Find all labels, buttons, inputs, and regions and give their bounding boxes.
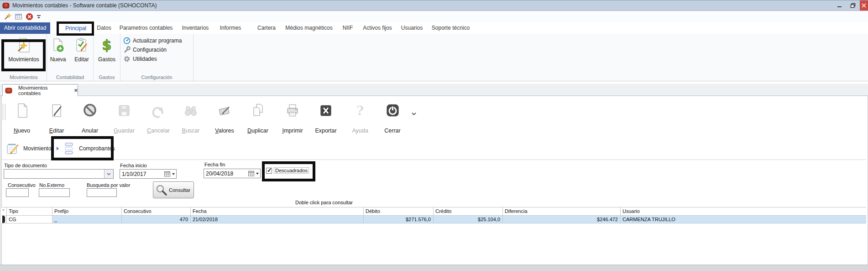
column-header-tipo[interactable]: Tipo (7, 207, 52, 215)
consultar-button[interactable]: Consultar (153, 181, 194, 198)
chevron-down-icon[interactable] (411, 112, 417, 116)
grid-corner-icon[interactable]: * (1, 207, 7, 215)
fecha-inicio-field[interactable]: 1/10/2017 (120, 169, 177, 179)
ribbon-group-configuracion: Actualizar programa Configuración Utilid… (120, 34, 193, 81)
app-icon (5, 87, 12, 94)
cell-credito[interactable]: $25.104,0 (434, 216, 503, 223)
calendar-icon[interactable] (163, 170, 171, 177)
duplicate-pages-icon (250, 100, 266, 121)
ribbon-button-utilidades[interactable]: Utilidades (123, 55, 157, 63)
ribbon-button-label: Utilidades (133, 56, 157, 62)
help-icon: ? (352, 100, 368, 121)
toolbar-button-duplicar[interactable]: Duplicar (241, 100, 274, 137)
tipo-documento-value (4, 170, 104, 178)
tab-close-icon[interactable]: × (74, 87, 78, 93)
toolbar-button-valores[interactable]: Valores (208, 100, 241, 137)
column-header-debito[interactable]: Débito (364, 207, 434, 215)
no-externo-input[interactable] (39, 188, 70, 197)
ribbon-button-editar[interactable]: Editar (69, 36, 94, 71)
cell-consecutivo[interactable]: 470 (122, 216, 191, 223)
dollar-icon: $ (99, 36, 115, 55)
fecha-fin-field[interactable]: 20/04/2018 (204, 169, 261, 178)
toolbar-button-guardar: Guardar (108, 100, 141, 137)
column-header-consecutivo[interactable]: Consecutivo (122, 207, 191, 215)
tab-parametros-contables[interactable]: Parametros contables (115, 22, 177, 34)
ribbon-button-movimientos[interactable]: Movimientos (9, 36, 39, 71)
cell-fecha[interactable]: 21/02/2018 (191, 216, 364, 223)
toolbar-button-cancelar: Cancelar (142, 100, 175, 137)
busqueda-por-valor-input[interactable] (87, 188, 117, 197)
column-header-usuario[interactable]: Usuario (621, 207, 866, 215)
toolbar-button-editar[interactable]: Editar (40, 100, 73, 137)
toolbar-button-nuevo[interactable]: Nuevo (5, 100, 38, 137)
descuadrados-label[interactable]: Descuadrados (274, 167, 309, 174)
toolbar-button-imprimir[interactable]: Imprimir (276, 100, 309, 137)
svg-text:?: ? (356, 103, 364, 118)
toolbar-button-cerrar[interactable]: Cerrar (376, 100, 409, 137)
tab-activos-fijos[interactable]: Activos fijos (359, 22, 396, 34)
ribbon-button-label: Actualizar programa (133, 37, 182, 44)
toolbar-button-buscar: Buscar (174, 100, 207, 137)
cell-prefijo[interactable]: _ (52, 216, 122, 223)
cell-diferencia[interactable]: $246.472 (503, 216, 621, 223)
new-page-icon (14, 100, 30, 121)
ribbon-button-nueva[interactable]: Nueva (45, 36, 71, 71)
fecha-fin-label: Fecha fin (204, 162, 225, 167)
view-subtab-bar: Movimientos Comprobantes (2, 138, 866, 160)
magnifier-icon (155, 184, 168, 197)
no-externo-label: No.Externo (39, 182, 64, 188)
tab-medios-magneticos[interactable]: Médios magnéticos (282, 22, 336, 34)
document-tab-label: Movimientos contables (18, 85, 69, 96)
tab-informes[interactable]: Informes (214, 22, 246, 34)
cancel-slash-icon (82, 100, 98, 121)
minimize-icon[interactable] (832, 0, 846, 11)
date-dropdown-icon[interactable] (172, 173, 175, 175)
tipo-documento-select[interactable] (4, 169, 114, 179)
file-tab-abrir-contabilidad[interactable]: Abrir contabilidad (0, 22, 50, 34)
column-header-fecha[interactable]: Fecha (191, 207, 364, 215)
column-header-diferencia[interactable]: Diferencia (503, 207, 621, 215)
descuadrados-checkbox[interactable] (266, 168, 272, 174)
tab-usuarios[interactable]: Usuarios (398, 22, 426, 34)
restore-icon[interactable] (846, 0, 860, 11)
binoculars-icon (183, 100, 199, 121)
toolbar-button-exportar[interactable]: Exportar (309, 100, 342, 137)
subtab-comprobantes[interactable]: Comprobantes (57, 139, 115, 158)
ribbon-button-label: Gastos (98, 56, 115, 63)
close-icon[interactable] (860, 0, 868, 11)
tab-datos[interactable]: Datos (93, 22, 115, 34)
ribbon-button-actualizar-programa[interactable]: Actualizar programa (123, 37, 182, 45)
table-row[interactable]: CG _ 470 21/02/2018 $271.576,0 $25.104,0… (1, 216, 866, 223)
cell-tipo[interactable]: CG (7, 216, 52, 223)
tab-soporte-tecnico[interactable]: Soporte técnico (428, 22, 473, 34)
window-title: Movimientos contables - Software contabl… (12, 2, 157, 9)
ribbon-button-configuracion[interactable]: Configuración (123, 46, 167, 54)
excel-export-icon (318, 100, 334, 121)
cell-usuario[interactable]: CARMENZA TRUJILLO (621, 216, 866, 223)
date-dropdown-icon[interactable] (256, 173, 259, 175)
undo-arrow-icon (150, 100, 167, 121)
column-header-credito[interactable]: Crédito (434, 207, 503, 215)
tab-principal[interactable]: Principal (58, 22, 93, 34)
tab-cartera[interactable]: Cartera (254, 22, 279, 34)
page-wand-icon (16, 36, 32, 55)
column-header-prefijo[interactable]: Prefijo (52, 207, 122, 215)
document-tab-movimientos-contables[interactable]: Movimientos contables × (2, 84, 78, 96)
ribbon-group-caption: Configuración (120, 74, 193, 80)
calendar-icon[interactable] (247, 170, 255, 177)
ribbon-group-caption: Movimientos (1, 74, 47, 80)
tab-niif[interactable]: NIIF (338, 22, 358, 34)
subtab-movimientos[interactable]: Movimientos (5, 139, 54, 158)
cell-debito[interactable]: $271.576,0 (364, 216, 434, 223)
toolbar-overflow-icon[interactable] (36, 14, 42, 20)
grid-header-row: * Tipo Prefijo Consecutivo Fecha Débito … (1, 207, 866, 216)
combo-dropdown-icon[interactable] (104, 170, 113, 178)
wand-icon[interactable] (3, 13, 11, 21)
toolbar-button-anular[interactable]: Anular (73, 100, 106, 137)
consecutivo-input[interactable] (6, 188, 29, 197)
row-indicator-icon (1, 216, 7, 223)
tab-inventarios[interactable]: Inventarios (178, 22, 213, 34)
close-red-icon[interactable] (25, 13, 33, 21)
table-icon[interactable] (14, 13, 22, 21)
ribbon-button-gastos[interactable]: $ Gastos (92, 36, 122, 71)
